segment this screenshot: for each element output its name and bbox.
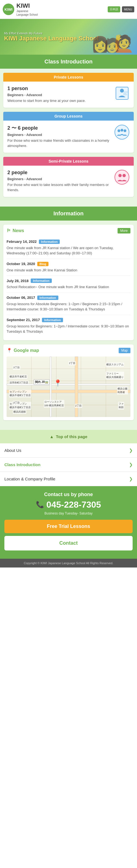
map-title-text: Google map <box>14 348 39 353</box>
map-label-yokohamakoen: 横浜公園利用者 <box>117 387 128 395</box>
svg-point-8 <box>121 129 123 131</box>
semi-lesson-desc: For those who want to take lessons with … <box>7 182 112 193</box>
class-intro-section: Class Introduction Private Lessons 1 per… <box>0 55 137 207</box>
group-lesson-people: 2 〜 6 people <box>7 125 112 131</box>
private-lesson-badge: Private Lessons <box>3 73 134 82</box>
svg-point-9 <box>124 129 126 132</box>
map-grid <box>7 369 130 369</box>
news-tag-1: Information <box>39 240 60 244</box>
logo-main-text: KIWI <box>16 2 38 9</box>
map-station-label: 関内 JR🚃 <box>34 379 50 385</box>
nav-label-location: Location & Company Profile <box>4 476 55 481</box>
hero-decoration: 🙋 🧑 👩 <box>93 19 137 55</box>
map-label-seven1: セブンイレブン横浜不老町1丁目店 <box>9 390 31 398</box>
logo-sub-text: Japanese Language School <box>16 9 38 17</box>
news-item-4: October 06, 2017 Information Group lesso… <box>7 293 130 315</box>
chevron-right-icon-location: ❯ <box>129 476 133 482</box>
news-meta-5: September 21, 2017 Information <box>7 318 130 322</box>
header-buttons: 日本語 MENU <box>108 6 134 12</box>
private-lesson-card: Private Lessons 1 person Beginners - Adv… <box>3 73 134 108</box>
map-pin-icon: 📍 <box>54 379 62 387</box>
semi-lesson-people: 2 people <box>7 170 112 176</box>
news-meta-3: July 28, 2018 Information <box>7 279 130 283</box>
arrow-up-icon: ▲ <box>50 434 54 439</box>
news-tag-2: Blog <box>37 262 48 266</box>
news-text-4: Group lessons for Absolute Beginners: 1~… <box>7 301 130 312</box>
group-lesson-text: 2 〜 6 people Beginners - Advanced For th… <box>7 125 112 149</box>
map-card: 📍 Google map Map <box>3 344 134 420</box>
news-date-3: July 28, 2018 <box>7 279 29 283</box>
logo-text-block: KIWI Japanese Language School <box>16 2 38 17</box>
semi-lesson-body: 2 people Beginners - Advanced For those … <box>3 168 134 193</box>
top-of-page-label: Top of this page <box>56 434 87 439</box>
nav-item-about[interactable]: About Us ❯ <box>0 443 137 458</box>
menu-button[interactable]: MENU <box>122 6 134 12</box>
information-header: Information <box>0 207 137 221</box>
language-button[interactable]: 日本語 <box>108 6 120 12</box>
news-date-1: February 14, 2022 <box>7 240 37 244</box>
svg-point-6 <box>115 125 129 139</box>
map-label-fam2: ファ和田 <box>118 402 124 409</box>
logo-kiwi-text: KIWI <box>5 7 13 11</box>
news-meta-2: October 19, 2020 Blog <box>7 262 130 266</box>
svg-point-12 <box>123 174 126 177</box>
nav-item-class[interactable]: Class Introduction ❯ <box>0 458 137 472</box>
private-lesson-icon <box>115 86 130 101</box>
news-text-3: School Relocation~ One minute walk from … <box>7 284 130 290</box>
svg-point-1 <box>120 89 124 93</box>
logo: KIWI KIWI Japanese Language School <box>3 2 38 17</box>
svg-rect-3 <box>123 93 127 94</box>
logo-icon: KIWI <box>3 4 14 15</box>
map-label-2cho: 2丁目 <box>68 361 76 365</box>
map-grid <box>81 356 81 417</box>
semi-lesson-text: 2 people Beginners - Advanced For those … <box>7 170 112 193</box>
news-card: 🏳 News More February 14, 2022 Informatio… <box>3 225 134 340</box>
news-meta-1: February 14, 2022 Information <box>7 240 130 244</box>
map-title: 📍 Google map <box>7 348 39 353</box>
semi-lesson-card: Semi-Private Lessons 2 people Beginners … <box>3 157 134 197</box>
footer-nav: About Us ❯ Class Introduction ❯ Location… <box>0 443 137 486</box>
map-road-v <box>50 356 51 417</box>
svg-rect-2 <box>123 92 128 92</box>
group-lesson-level: Beginners - Advanced <box>7 133 112 137</box>
private-lesson-people: 1 person <box>7 86 112 91</box>
more-button[interactable]: More <box>118 228 130 234</box>
copyright-text: Copyright © KIWI Japanese Language Schoo… <box>24 561 113 565</box>
map-label-yokohama-futo: 横浜市不老町店 <box>9 375 28 379</box>
map-visualization[interactable]: 関内 JR🚃 横浜スタジアム 3丁目 2丁目 ファミリー横浜大桟橋通り 浜羽衣町… <box>7 356 130 417</box>
contact-button[interactable]: Contact <box>4 536 133 551</box>
free-trial-button[interactable]: Free Trial Lessons <box>4 520 133 533</box>
map-label-2cho-b: 2丁目 <box>75 404 82 408</box>
phone-icon: 📞 <box>36 501 44 508</box>
group-lesson-badge: Group Lessons <box>3 112 134 121</box>
flag-icon: 🏳 <box>7 228 11 233</box>
news-title: 🏳 News <box>7 228 24 233</box>
chevron-right-icon-about: ❯ <box>129 448 133 453</box>
semi-lesson-badge: Semi-Private Lessons <box>3 157 134 166</box>
map-road-main-v <box>75 356 78 417</box>
information-section: Information 🏳 News More February 14, 202… <box>0 207 137 430</box>
top-of-page-button[interactable]: ▲ Top of this page <box>0 430 137 443</box>
news-item-3: July 28, 2018 Information School Relocat… <box>7 276 130 293</box>
map-button[interactable]: Map <box>119 348 130 353</box>
map-label-3cho-b: 3丁目 <box>13 401 20 405</box>
group-lesson-icon <box>115 125 130 140</box>
map-icon: 📍 <box>7 348 12 353</box>
private-lesson-body: 1 person Beginners - Advanced Welcome to… <box>3 84 134 103</box>
semi-lesson-level: Beginners - Advanced <box>7 177 112 181</box>
group-lesson-desc: For those who want to make friends with … <box>7 138 112 149</box>
nav-label-about: About Us <box>4 448 21 453</box>
private-lesson-level: Beginners - Advanced <box>7 93 112 97</box>
news-text-2: One minute walk from JR line Kannai Stat… <box>7 268 130 273</box>
map-card-header: 📍 Google map Map <box>7 348 130 353</box>
map-label-hama: 浜羽衣町2丁目店 <box>9 381 29 385</box>
svg-point-11 <box>119 174 122 177</box>
news-card-header: 🏳 News More <box>7 228 130 234</box>
map-label-fam1: ファミリー横浜大桟橋通り <box>106 372 124 379</box>
map-label-lawson: ローソンストア100 横浜馬車町店 <box>44 400 65 408</box>
map-label-yokohama: 横浜スタジアム <box>106 363 124 367</box>
news-date-4: October 06, 2017 <box>7 296 35 300</box>
nav-item-location[interactable]: Location & Company Profile ❯ <box>0 472 137 486</box>
chevron-right-icon-class: ❯ <box>129 462 133 467</box>
contact-section: Contact us by phone 📞 045-228-7305 Busin… <box>0 486 137 559</box>
